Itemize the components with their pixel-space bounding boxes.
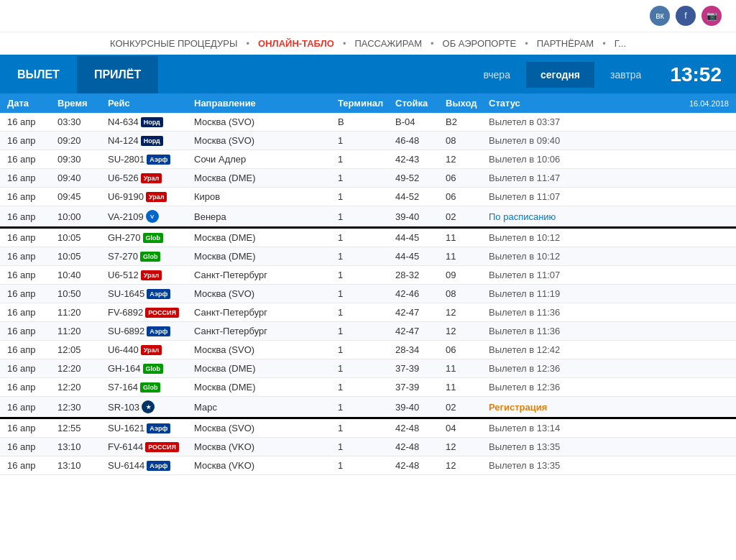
instagram-icon[interactable]: 📷 [702,6,722,26]
flight-exit: 09 [446,270,489,280]
flight-stoika: 44-45 [395,251,446,262]
airline-logo-globus: Glob [140,252,161,262]
flight-code: U6-512 [108,270,139,280]
flights-table: 16 апр 03:30 N4-634 Норд Москва (SVO) B … [0,113,736,475]
flight-date: 16 апр [7,232,58,243]
flight-date: 16 апр [7,326,58,336]
flight-dest: Москва (SVO) [194,135,338,146]
date-tomorrow[interactable]: завтра [596,62,656,88]
flight-date: 16 апр [7,270,58,280]
tab-departures[interactable]: ВЫЛЕТ [0,56,77,93]
flight-status: Регистрация [489,402,729,413]
flight-stoika: 42-48 [395,460,446,471]
flight-dest: Венера [194,211,338,222]
flight-stoika: 39-40 [395,211,446,222]
nav-more[interactable]: Г... [615,38,626,49]
airline-logo-venus: V [146,210,159,223]
flight-time: 12:55 [58,423,108,433]
airline-logo-star: ★ [142,400,155,413]
flight-stoika: 42-46 [395,288,446,299]
flight-date: 16 апр [7,116,58,127]
flight-terminal: 1 [338,288,395,299]
flight-dest: Киров [194,191,338,202]
flight-dest: Москва (SVO) [194,423,338,433]
airline-logo-globus: Glob [143,233,164,243]
flight-terminal: 1 [338,460,395,471]
airline-logo-aeroflot: Аэрф [147,289,170,299]
flight-date: 16 апр [7,173,58,183]
table-row: 16 апр 12:30 SR-103 ★ Марс 1 39-40 02 Ре… [0,397,736,419]
flight-exit: 02 [446,211,489,222]
vk-icon[interactable]: вк [650,6,670,26]
table-row: 16 апр 09:30 SU-2801 Аэрф Сочи Адлер 1 4… [0,150,736,169]
flight-code: SU-6144 [108,460,144,471]
nav-online-board[interactable]: ОНЛАЙН-ТАБЛО [258,38,334,49]
airline-logo-aeroflot: Аэрф [147,155,170,165]
nav-partners[interactable]: ПАРТНЁРАМ [537,38,594,49]
flight-terminal: 1 [338,154,395,165]
flight-terminal: 1 [338,191,395,202]
flight-number: U6-9190 Урал [108,191,194,202]
flight-code: SU-1645 [108,288,144,299]
table-row: 16 апр 09:40 U6-526 Урал Москва (DME) 1 … [0,169,736,188]
flight-terminal: B [338,116,395,127]
board-header: ВЫЛЕТ ПРИЛЁТ вчера сегодня завтра 13:52 [0,56,736,93]
flight-exit: 06 [446,173,489,183]
top-nav: вк f 📷 [0,0,736,32]
col-time: Время [58,98,108,109]
flight-status: Вылетел в 10:06 [489,154,729,165]
flight-time: 12:20 [58,363,108,374]
flight-terminal: 1 [338,441,395,452]
flight-date: 16 апр [7,154,58,165]
tab-arrivals[interactable]: ПРИЛЁТ [77,56,158,93]
flight-date: 16 апр [7,191,58,202]
nav-dot-5: • [602,38,606,49]
nav-dot-1: • [246,38,249,49]
flight-status: Вылетел в 11:47 [489,173,729,183]
flight-number: GH-270 Glob [108,232,194,243]
flight-number: SU-6144 Аэрф [108,460,194,471]
flight-date: 16 апр [7,211,58,222]
table-row: 16 апр 10:00 VA-2109 V Венера 1 39-40 02… [0,206,736,229]
table-row: 16 апр 09:45 U6-9190 Урал Киров 1 44-52 … [0,188,736,206]
flight-exit: 11 [446,251,489,262]
flight-number: N4-634 Норд [108,116,194,127]
flight-date: 16 апр [7,344,58,355]
flight-number: SR-103 ★ [108,400,194,413]
flight-number: GH-164 Glob [108,363,194,374]
flight-number: FV-6892 РОССИЯ [108,307,194,318]
flight-code: U6-526 [108,173,139,183]
col-stoika: Стойка [395,98,446,109]
airline-logo-nordavia: Норд [141,117,163,127]
flight-terminal: 1 [338,326,395,336]
flight-status: Вылетел в 11:36 [489,326,729,336]
flight-date: 16 апр [7,382,58,393]
col-status: Статус [489,98,520,109]
flight-dest: Москва (DME) [194,251,338,262]
flight-stoika: 42-48 [395,441,446,452]
table-row: 16 апр 11:20 FV-6892 РОССИЯ Санкт-Петерб… [0,303,736,322]
flight-terminal: 1 [338,344,395,355]
date-today[interactable]: сегодня [526,62,594,88]
facebook-icon[interactable]: f [676,6,696,26]
flight-status: Вылетел в 11:19 [489,288,729,299]
flight-number: U6-526 Урал [108,173,194,183]
flight-terminal: 1 [338,251,395,262]
flight-status: Вылетел в 11:07 [489,191,729,202]
date-yesterday[interactable]: вчера [469,62,524,88]
airline-logo-nordavia: Норд [141,136,163,146]
flight-number: SU-1621 Аэрф [108,423,194,433]
flight-time: 12:30 [58,402,108,413]
flight-status: Вылетел в 13:14 [489,423,729,433]
flight-time: 10:05 [58,251,108,262]
flight-exit: 12 [446,441,489,452]
current-date: 16.04.2018 [689,99,729,108]
nav-competitions[interactable]: КОНКУРСНЫЕ ПРОЦЕДУРЫ [110,38,238,49]
clock-display: 13:52 [656,56,736,93]
flight-dest: Санкт-Петербург [194,326,338,336]
nav-about[interactable]: ОБ АЭРОПОРТЕ [443,38,517,49]
flight-exit: 12 [446,154,489,165]
nav-passengers[interactable]: ПАССАЖИРАМ [354,38,422,49]
flight-dest: Марс [194,402,338,413]
flight-date: 16 апр [7,423,58,433]
